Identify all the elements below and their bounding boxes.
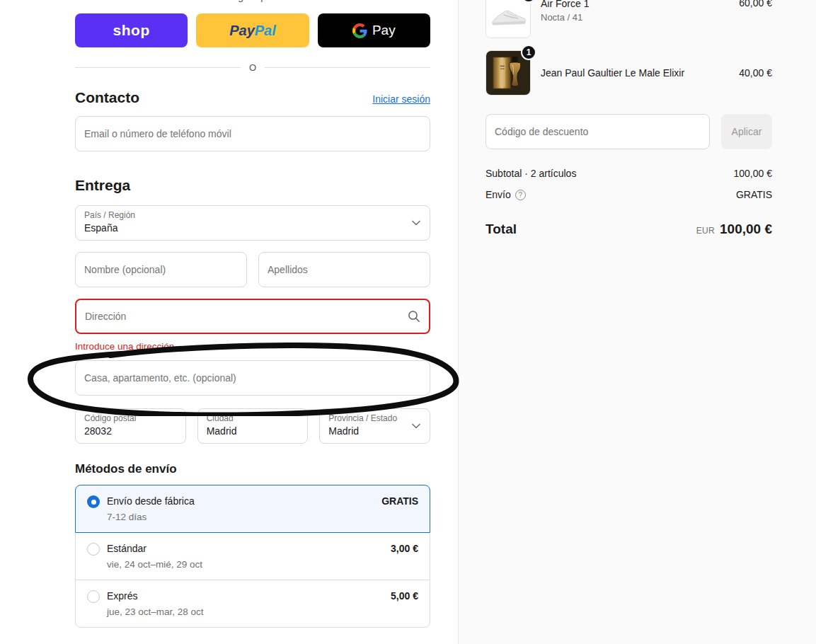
shipping-option-factory[interactable]: Envío desde fábrica 7-12 días GRATIS [75, 485, 430, 533]
order-summary-column: 1 Air Force 1 Nocta / 41 60,00 € [458, 0, 816, 644]
country-value: España [84, 221, 421, 235]
radio-unselected-icon[interactable] [87, 590, 100, 603]
or-divider: O [75, 62, 430, 73]
shipping-option-price: 5,00 € [391, 589, 418, 603]
checkout-page: Pago rápido shop PayPal Pay O [0, 0, 816, 644]
product-price: 60,00 € [739, 0, 772, 8]
shop-pay-button[interactable]: shop [75, 13, 188, 47]
address-field-wrap [75, 299, 430, 334]
province-label: Provincia / Estado [328, 413, 421, 423]
shipping-option-detail: 7-12 días [107, 511, 373, 524]
shipping-option-name: Exprés [107, 589, 382, 603]
product-price: 40,00 € [739, 67, 772, 79]
express-heading: Pago rápido [75, 0, 430, 2]
discount-code-input[interactable] [485, 114, 710, 149]
cart-item-le-male-elixir: 1 Jean Paul Gaultier Le Male Elixir 40,0… [485, 50, 772, 96]
product-title: Jean Paul Gaultier Le Male Elixir [541, 67, 730, 80]
radio-unselected-icon[interactable] [87, 543, 100, 556]
product-thumbnail: 1 [485, 50, 531, 96]
postal-code-input[interactable] [84, 424, 177, 438]
shipping-value: GRATIS [736, 189, 772, 200]
province-value: Madrid [328, 424, 421, 438]
cost-summary: Subtotal · 2 artículos 100,00 € Envío ? … [485, 168, 772, 237]
postal-code-label: Código postal [84, 413, 177, 423]
subtotal-row: Subtotal · 2 artículos 100,00 € [485, 168, 772, 179]
login-link[interactable]: Iniciar sesión [372, 93, 430, 105]
contact-heading: Contacto [75, 89, 139, 106]
paypal-logo: PayPal [229, 23, 276, 39]
shipping-row: Envío ? GRATIS [485, 189, 772, 200]
total-row: Total EUR 100,00 € [485, 222, 772, 237]
country-label: País / Región [84, 210, 421, 220]
shipping-label: Envío [485, 189, 511, 200]
divider-line [75, 67, 241, 68]
shipping-methods-list: Envío desde fábrica 7-12 días GRATIS Est… [75, 485, 430, 628]
gpay-label: Pay [372, 23, 396, 38]
first-name-field[interactable] [75, 252, 247, 287]
city-input[interactable] [207, 424, 299, 438]
contact-header: Contacto Iniciar sesión [75, 89, 430, 106]
delivery-heading: Entrega [75, 177, 430, 194]
country-select[interactable]: País / Región España [75, 205, 430, 241]
google-pay-button[interactable]: Pay [318, 13, 430, 47]
product-variant: Nocta / 41 [541, 12, 730, 23]
express-payment-buttons: shop PayPal Pay [75, 13, 430, 47]
radio-selected-icon[interactable] [87, 495, 100, 508]
cart-item-air-force-1: 1 Air Force 1 Nocta / 41 60,00 € [485, 0, 772, 38]
address-error-message: Introduce una dirección [75, 341, 430, 352]
last-name-field[interactable] [258, 252, 430, 287]
shipping-methods-heading: Métodos de envío [75, 462, 430, 476]
shipping-option-express[interactable]: Exprés jue, 23 oct–mar, 28 oct 5,00 € [76, 580, 430, 627]
divider-label: O [249, 62, 256, 73]
city-field[interactable]: Ciudad [197, 408, 309, 444]
email-field[interactable] [75, 116, 430, 151]
discount-row: Aplicar [485, 114, 772, 149]
checkout-form-column: Pago rápido shop PayPal Pay O [0, 0, 458, 644]
chevron-down-icon [412, 220, 420, 226]
postal-code-field[interactable]: Código postal [75, 408, 186, 444]
postal-city-province-row: Código postal Ciudad Provincia / Estado … [75, 408, 430, 444]
help-question-icon[interactable]: ? [515, 190, 526, 200]
address-field[interactable] [75, 299, 430, 334]
shop-logo: shop [113, 22, 150, 39]
shipping-option-detail: vie, 24 oct–mié, 29 oct [107, 558, 382, 571]
total-label: Total [485, 222, 517, 237]
divider-line [265, 67, 430, 68]
shipping-option-price: GRATIS [381, 494, 418, 508]
quantity-badge: 1 [521, 45, 536, 60]
name-row [75, 252, 430, 287]
google-g-icon [352, 23, 367, 38]
shipping-option-detail: jue, 23 oct–mar, 28 oct [107, 606, 382, 619]
subtotal-value: 100,00 € [734, 168, 773, 179]
sneaker-image [486, 0, 530, 38]
product-title: Air Force 1 [541, 0, 730, 11]
chevron-down-icon [412, 423, 420, 429]
city-label: Ciudad [207, 413, 299, 423]
product-thumbnail: 1 [485, 0, 531, 38]
total-value: 100,00 € [720, 222, 772, 237]
shipping-option-standard[interactable]: Estándar vie, 24 oct–mié, 29 oct 3,00 € [76, 533, 430, 580]
subtotal-label: Subtotal · 2 artículos [485, 168, 576, 179]
search-icon [408, 310, 420, 323]
express-heading-clip: Pago rápido [75, 0, 430, 4]
address2-field[interactable] [75, 360, 430, 396]
currency-code: EUR [696, 226, 715, 236]
shipping-option-name: Estándar [107, 541, 382, 556]
paypal-button[interactable]: PayPal [196, 13, 309, 47]
shipping-option-price: 3,00 € [391, 541, 418, 556]
apply-discount-button[interactable]: Aplicar [721, 114, 772, 149]
province-select[interactable]: Provincia / Estado Madrid [319, 408, 430, 444]
shipping-option-name: Envío desde fábrica [107, 494, 373, 508]
